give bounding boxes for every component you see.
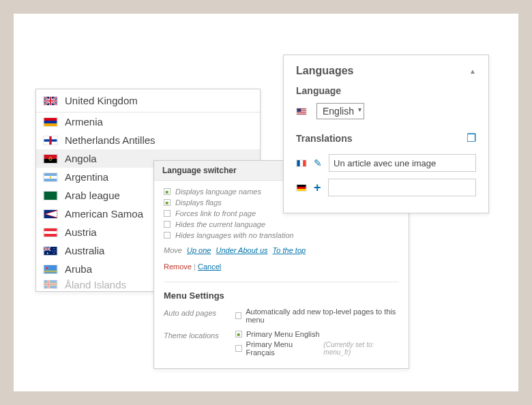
svg-rect-7 xyxy=(44,155,57,159)
svg-rect-39 xyxy=(297,160,299,166)
country-item[interactable]: Armenia xyxy=(36,112,260,131)
country-label: Aruba xyxy=(65,263,92,275)
svg-rect-37 xyxy=(297,113,306,114)
auto-add-pages-label: Auto add pages xyxy=(164,308,235,317)
svg-point-12 xyxy=(50,176,52,178)
option-label: Displays language names xyxy=(175,188,261,196)
option-checkbox[interactable] xyxy=(164,232,171,239)
country-label: Arab league xyxy=(65,190,120,201)
country-label: Åland Islands xyxy=(65,279,126,290)
flag-icon-ar xyxy=(43,172,58,182)
flag-icon-at xyxy=(43,228,58,237)
flag-icon-ax xyxy=(43,280,58,289)
move-top-link[interactable]: To the top xyxy=(273,246,306,254)
translation-input[interactable] xyxy=(328,179,476,196)
translation-input[interactable] xyxy=(329,154,476,172)
option-label: Hides the current language xyxy=(175,220,265,228)
svg-point-20 xyxy=(54,247,55,248)
flag-icon-aw xyxy=(43,265,58,274)
theme-loc-label: Primary Menu Français xyxy=(246,340,320,357)
option-label: Hides languages with no translation xyxy=(175,231,294,239)
menu-settings-title: Menu Settings xyxy=(164,290,399,301)
country-label: American Samoa xyxy=(65,208,143,220)
theme-loc-checkbox[interactable]: ■ xyxy=(235,331,242,338)
svg-point-21 xyxy=(55,250,55,251)
flag-icon-us xyxy=(296,108,307,115)
option-checkbox[interactable] xyxy=(164,221,171,228)
country-label: Australia xyxy=(65,245,104,256)
svg-rect-16 xyxy=(44,231,57,234)
svg-rect-43 xyxy=(297,187,306,189)
cancel-link[interactable]: Cancel xyxy=(198,262,221,271)
flag-icon-am xyxy=(43,117,58,127)
copy-icon[interactable]: ❐ xyxy=(467,132,476,145)
option-label: Displays flags xyxy=(175,198,222,207)
svg-rect-36 xyxy=(297,112,306,112)
theme-loc-checkbox[interactable] xyxy=(235,345,242,352)
svg-rect-40 xyxy=(300,160,303,166)
country-header-label: United Kingdom xyxy=(65,95,138,106)
auto-add-checkbox[interactable] xyxy=(235,312,241,319)
svg-rect-3 xyxy=(44,123,57,125)
svg-rect-31 xyxy=(44,284,57,285)
svg-rect-1 xyxy=(44,118,57,121)
option-checkbox[interactable]: ■ xyxy=(164,199,171,206)
flag-icon-as xyxy=(43,209,58,219)
theme-locations-label: Theme locations xyxy=(164,330,235,340)
languages-title: Languages xyxy=(296,65,353,77)
svg-point-23 xyxy=(53,250,53,251)
svg-rect-8 xyxy=(44,159,57,163)
country-label: Netherlands Antilles xyxy=(65,134,156,146)
country-item[interactable]: Netherlands Antilles xyxy=(36,131,260,149)
svg-rect-42 xyxy=(297,185,306,187)
theme-loc-label: Primary Menu English xyxy=(246,330,320,338)
translations-label: Translations xyxy=(296,133,352,144)
language-select[interactable]: English xyxy=(316,103,364,119)
flag-icon-fr xyxy=(296,160,307,167)
option-label: Forces link to front page xyxy=(175,209,256,217)
remove-link[interactable]: Remove xyxy=(164,262,192,271)
svg-point-19 xyxy=(47,252,48,254)
move-under-link[interactable]: Under About us xyxy=(216,246,268,254)
collapse-toggle-icon[interactable]: ▲ xyxy=(469,68,476,75)
svg-rect-41 xyxy=(303,160,306,166)
language-label: Language xyxy=(296,85,476,96)
svg-rect-2 xyxy=(44,121,57,123)
svg-rect-26 xyxy=(44,271,57,272)
option-checkbox[interactable] xyxy=(164,210,171,217)
move-row: Move Up one Under About us To the top xyxy=(164,246,399,254)
flag-icon-gb xyxy=(43,96,58,106)
svg-rect-6 xyxy=(49,136,51,145)
theme-loc-hint: (Currently set to: menu_fr) xyxy=(323,341,399,356)
svg-rect-25 xyxy=(44,270,57,271)
flag-icon-au xyxy=(43,246,58,256)
translation-row: ✎ xyxy=(296,154,476,172)
option-checkbox[interactable]: ■ xyxy=(164,188,171,195)
flag-icon-an xyxy=(43,136,58,145)
translation-row: + xyxy=(296,179,476,196)
country-list-header: United Kingdom xyxy=(36,89,260,112)
svg-rect-38 xyxy=(297,108,301,112)
country-label: Angola xyxy=(65,153,97,164)
plus-icon[interactable]: + xyxy=(314,181,321,194)
move-up-one-link[interactable]: Up one xyxy=(187,246,211,254)
country-label: Argentina xyxy=(65,171,108,183)
country-label: Austria xyxy=(65,226,97,238)
languages-metabox: Languages ▲ Language English Translation… xyxy=(283,55,489,213)
pencil-icon[interactable]: ✎ xyxy=(314,158,322,168)
svg-rect-44 xyxy=(297,188,306,190)
svg-rect-13 xyxy=(44,192,57,200)
auto-add-text: Automatically add new top-level pages to… xyxy=(246,308,399,324)
flag-icon-de xyxy=(296,184,307,192)
flag-icon-arab xyxy=(43,191,58,200)
svg-point-22 xyxy=(54,252,55,253)
flag-icon-ao xyxy=(43,154,58,164)
country-label: Armenia xyxy=(65,116,103,127)
